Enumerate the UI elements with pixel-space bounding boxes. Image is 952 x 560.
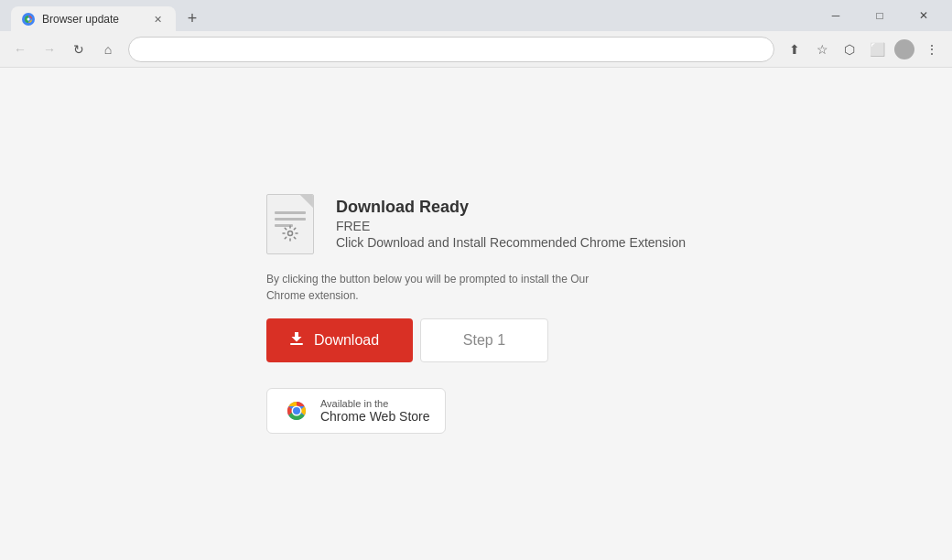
tab-strip: Browser update ✕ + — [11, 0, 205, 31]
close-window-button[interactable]: ✕ — [903, 2, 945, 29]
chrome-store-badge[interactable]: Available in the Chrome Web Store — [266, 388, 446, 434]
gear-icon — [281, 224, 299, 246]
avatar — [894, 39, 914, 59]
header-section: Download Ready FREE Click Download and I… — [266, 194, 686, 260]
svg-point-1 — [27, 18, 30, 21]
file-icon-fold — [300, 195, 313, 208]
file-icon — [266, 194, 321, 260]
minimize-button[interactable]: ─ — [815, 2, 857, 29]
svg-point-7 — [293, 407, 300, 415]
window-controls: ─ □ ✕ — [815, 2, 945, 29]
tab-title: Browser update — [42, 13, 143, 26]
download-icon — [288, 330, 305, 351]
header-text: Download Ready FREE Click Download and I… — [336, 194, 686, 250]
download-label: Download — [314, 332, 379, 349]
file-line-1 — [275, 211, 306, 214]
maximize-button[interactable]: □ — [859, 2, 901, 29]
tab-favicon — [22, 13, 35, 26]
step1-label: Step 1 — [463, 332, 505, 348]
chrome-logo-icon — [282, 396, 311, 425]
step1-button[interactable]: Step 1 — [420, 318, 548, 362]
more-menu-button[interactable]: ⋮ — [919, 37, 945, 62]
header-free: FREE — [336, 219, 686, 233]
buttons-row: Download Step 1 — [266, 318, 686, 362]
extensions-icon[interactable]: ⬡ — [837, 37, 862, 62]
svg-rect-3 — [290, 343, 303, 345]
file-icon-body — [266, 194, 314, 254]
svg-point-2 — [287, 232, 292, 236]
back-button[interactable]: ← — [7, 37, 33, 62]
refresh-button[interactable]: ↻ — [66, 37, 92, 62]
header-title: Download Ready — [336, 198, 686, 217]
content-card: Download Ready FREE Click Download and I… — [266, 194, 686, 434]
page-content: Download Ready FREE Click Download and I… — [0, 68, 952, 560]
chrome-store-text: Available in the Chrome Web Store — [320, 398, 430, 424]
description-text: By clicking the button below you will be… — [266, 271, 596, 304]
active-tab[interactable]: Browser update ✕ — [11, 6, 176, 32]
share-icon[interactable]: ⬆ — [782, 37, 807, 62]
toolbar-actions: ⬆ ☆ ⬡ ⬜ ⋮ — [782, 37, 945, 62]
home-button[interactable]: ⌂ — [95, 37, 121, 62]
forward-button[interactable]: → — [37, 37, 62, 62]
tab-close-button[interactable]: ✕ — [150, 12, 165, 27]
title-bar: Browser update ✕ + ─ □ ✕ — [0, 0, 952, 31]
split-view-icon[interactable]: ⬜ — [864, 37, 890, 62]
profile-icon[interactable] — [892, 37, 917, 62]
header-description: Click Download and Install Recommended C… — [336, 235, 686, 250]
new-tab-button[interactable]: + — [179, 5, 205, 31]
download-button[interactable]: Download — [266, 318, 413, 362]
toolbar: ← → ↻ ⌂ ⬆ ☆ ⬡ ⬜ ⋮ — [0, 31, 952, 68]
bookmark-icon[interactable]: ☆ — [809, 37, 835, 62]
file-line-2 — [275, 218, 306, 221]
address-bar[interactable] — [128, 37, 774, 62]
available-in-label: Available in the — [320, 398, 430, 409]
chrome-web-store-label: Chrome Web Store — [320, 409, 430, 424]
